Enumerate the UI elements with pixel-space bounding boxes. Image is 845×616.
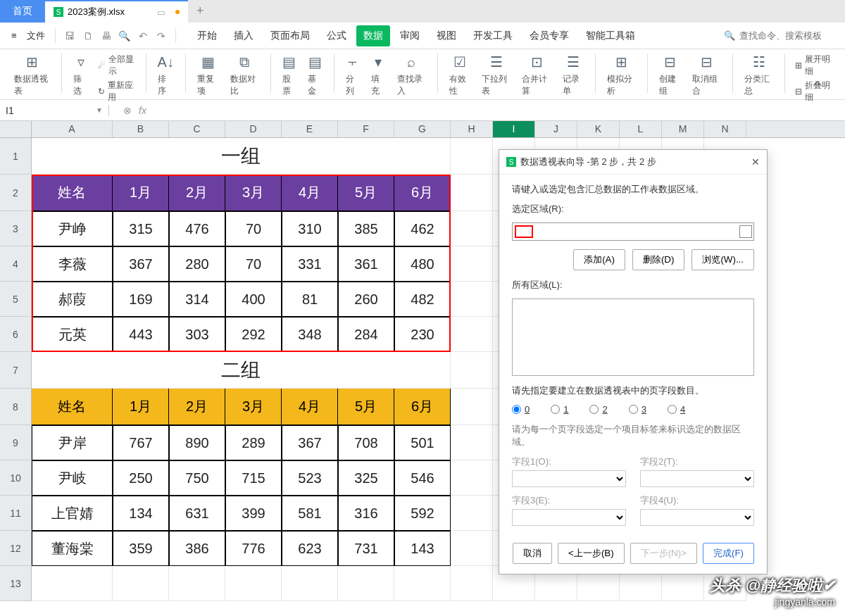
ribbon-tab[interactable]: 公式 xyxy=(320,25,353,46)
column-header[interactable]: M xyxy=(662,121,704,137)
new-icon[interactable]: 🗋 xyxy=(80,27,96,44)
cell[interactable] xyxy=(32,566,113,601)
cell[interactable] xyxy=(451,425,493,460)
cell[interactable]: 260 xyxy=(338,282,394,317)
column-header[interactable]: G xyxy=(394,121,451,137)
validation-button[interactable]: ☑有效性 xyxy=(445,54,475,97)
print-icon[interactable]: 🖶 xyxy=(98,27,115,44)
hamburger-icon[interactable]: ≡ xyxy=(7,27,21,44)
cell[interactable]: 443 xyxy=(113,317,169,352)
field1-select[interactable] xyxy=(512,470,626,487)
range-picker-icon[interactable] xyxy=(739,225,752,238)
cell[interactable]: 386 xyxy=(169,531,225,566)
cell[interactable]: 尹峥 xyxy=(32,211,113,246)
cell[interactable]: 289 xyxy=(225,425,282,460)
row-header[interactable]: 2 xyxy=(0,175,32,211)
cell[interactable]: 314 xyxy=(169,282,225,317)
cell[interactable]: 476 xyxy=(169,211,225,246)
ribbon-tab[interactable]: 开发工具 xyxy=(466,25,520,46)
cell[interactable]: 董海棠 xyxy=(32,531,113,566)
cell[interactable]: 李薇 xyxy=(32,246,113,282)
column-header[interactable]: F xyxy=(338,121,394,137)
cell[interactable]: 2月 xyxy=(169,389,225,425)
cell[interactable] xyxy=(113,566,169,601)
row-header[interactable]: 7 xyxy=(0,352,32,389)
cell[interactable]: 731 xyxy=(338,531,394,566)
cell[interactable]: 767 xyxy=(113,425,169,460)
page-count-option[interactable]: 0 xyxy=(512,404,530,415)
cell[interactable]: 4月 xyxy=(282,175,338,211)
cell[interactable]: 890 xyxy=(169,425,225,460)
cell[interactable]: 523 xyxy=(282,460,338,496)
fund-button[interactable]: ▤基金 xyxy=(303,54,327,97)
fx-icon[interactable]: fx xyxy=(139,105,146,116)
stock-button[interactable]: ▤股票 xyxy=(278,54,301,97)
record-button[interactable]: ☰记录单 xyxy=(558,54,589,97)
cell[interactable]: 361 xyxy=(338,246,394,282)
cell[interactable]: 81 xyxy=(282,282,338,317)
cell[interactable]: 708 xyxy=(338,425,394,460)
present-icon[interactable]: ▭ xyxy=(157,7,165,18)
cell[interactable]: 284 xyxy=(338,317,394,352)
cell[interactable]: 592 xyxy=(394,496,451,531)
close-icon[interactable]: ✕ xyxy=(751,156,760,168)
dialog-titlebar[interactable]: S 数据透视表向导 -第 2 步，共 2 步 ✕ xyxy=(499,150,767,175)
cell[interactable]: 623 xyxy=(282,531,338,566)
cell[interactable]: 359 xyxy=(113,531,169,566)
sort-button[interactable]: A↓排序 xyxy=(154,54,178,97)
split-button[interactable]: ⫟分列 xyxy=(342,54,365,97)
cell[interactable]: 230 xyxy=(394,317,451,352)
cell[interactable]: 631 xyxy=(169,496,225,531)
range-input[interactable] xyxy=(512,222,754,241)
tab-home[interactable]: 首页 xyxy=(0,0,45,23)
column-header[interactable]: N xyxy=(704,121,746,137)
finish-button[interactable]: 完成(F) xyxy=(703,543,754,564)
ribbon-tab[interactable]: 会员专享 xyxy=(522,25,576,46)
cell[interactable] xyxy=(451,496,493,531)
select-all-corner[interactable] xyxy=(0,121,32,137)
ribbon-tab[interactable]: 审阅 xyxy=(393,25,427,46)
reapply-button[interactable]: ↻重新应用 xyxy=(98,80,136,103)
group-button[interactable]: ⊟创建组 xyxy=(655,54,685,97)
lookup-button[interactable]: ⌕查找录入 xyxy=(393,54,430,97)
cell[interactable]: 134 xyxy=(113,496,169,531)
row-header[interactable]: 10 xyxy=(0,460,32,496)
cell[interactable]: 元英 xyxy=(32,317,113,352)
ribbon-tab[interactable]: 开始 xyxy=(190,25,224,46)
new-tab-button[interactable]: + xyxy=(188,0,213,23)
simulate-button[interactable]: ⊞模拟分析 xyxy=(603,54,640,97)
browse-button[interactable]: 浏览(W)... xyxy=(691,249,754,270)
pivot-button[interactable]: ⊞数据透视表 xyxy=(10,54,54,97)
cell[interactable]: 姓名 xyxy=(32,389,113,425)
column-header[interactable]: E xyxy=(282,121,338,137)
row-header[interactable]: 4 xyxy=(0,246,32,282)
file-menu[interactable]: 文件 xyxy=(23,27,49,45)
page-count-option[interactable]: 4 xyxy=(668,404,685,415)
cell[interactable] xyxy=(451,138,493,175)
cell[interactable]: 292 xyxy=(225,317,282,352)
cell[interactable]: 581 xyxy=(282,496,338,531)
field2-select[interactable] xyxy=(640,470,754,487)
ribbon-tab[interactable]: 数据 xyxy=(356,25,390,46)
cell[interactable]: 2月 xyxy=(169,175,225,211)
cell[interactable]: 367 xyxy=(282,425,338,460)
ribbon-tab[interactable]: 智能工具箱 xyxy=(579,25,642,46)
row-header[interactable]: 5 xyxy=(0,282,32,317)
cell[interactable]: 1月 xyxy=(113,389,169,425)
cell[interactable] xyxy=(451,352,493,389)
cell[interactable]: 143 xyxy=(394,531,451,566)
cell[interactable]: 482 xyxy=(394,282,451,317)
command-search[interactable]: 🔍 xyxy=(724,30,838,41)
undo-icon[interactable]: ↶ xyxy=(134,27,151,44)
cell[interactable]: 310 xyxy=(282,211,338,246)
cell[interactable]: 546 xyxy=(394,460,451,496)
field3-select[interactable] xyxy=(512,509,626,526)
ribbon-tab[interactable]: 视图 xyxy=(430,25,463,46)
cell[interactable] xyxy=(169,566,225,601)
cell[interactable]: 385 xyxy=(338,211,394,246)
cell[interactable]: 70 xyxy=(225,246,282,282)
column-header[interactable]: A xyxy=(32,121,113,137)
cell[interactable]: 325 xyxy=(338,460,394,496)
page-count-option[interactable]: 3 xyxy=(629,404,646,415)
cell[interactable]: 715 xyxy=(225,460,282,496)
